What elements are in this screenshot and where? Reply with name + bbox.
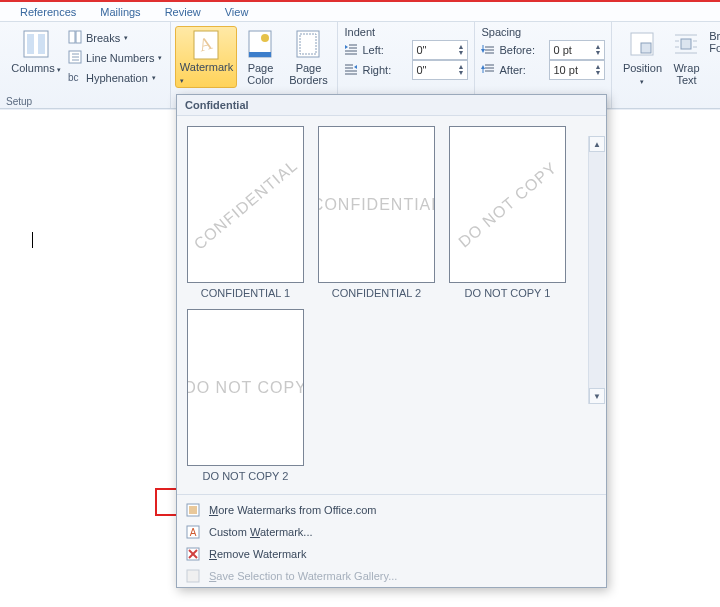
svg-rect-13: [249, 52, 271, 57]
spinner-arrows-icon[interactable]: ▲▼: [458, 64, 465, 76]
scroll-down-icon[interactable]: ▼: [589, 388, 605, 404]
dropdown-section-header: Confidential: [177, 95, 606, 116]
indent-title: Indent: [344, 26, 468, 40]
preview-watermark-text: DO NOT COPY: [187, 379, 304, 397]
position-button[interactable]: Position▾: [618, 26, 666, 88]
watermark-preset-donotcopy-1[interactable]: DO NOT COPY DO NOT COPY 1: [449, 126, 566, 299]
indent-left-label: Left:: [362, 44, 408, 56]
line-numbers-button[interactable]: Line Numbers▾: [66, 48, 164, 68]
ribbon-tabs: References Mailings Review View: [0, 2, 720, 22]
spacing-after-label: After:: [499, 64, 545, 76]
gallery-scrollbar[interactable]: ▲ ▼: [588, 136, 605, 404]
watermark-preset-confidential-1[interactable]: CONFIDENTIAL CONFIDENTIAL 1: [187, 126, 304, 299]
watermark-button[interactable]: A Watermark▾: [175, 26, 237, 88]
scroll-up-icon[interactable]: ▲: [589, 136, 605, 152]
wrap-text-button[interactable]: Wrap Text: [666, 26, 706, 88]
svg-marker-30: [481, 49, 485, 53]
position-label: Position: [623, 62, 662, 74]
spacing-after-field[interactable]: After: 10 pt▲▼: [481, 60, 605, 80]
svg-rect-39: [681, 39, 691, 49]
spacing-after-icon: [481, 63, 495, 78]
svg-text:bc: bc: [68, 72, 79, 83]
tab-view[interactable]: View: [213, 4, 261, 20]
tab-mailings[interactable]: Mailings: [88, 4, 152, 20]
columns-icon: [20, 28, 52, 60]
indent-right-field[interactable]: Right: 0"▲▼: [344, 60, 468, 80]
line-numbers-icon: [68, 50, 82, 67]
wrap-text-icon: [670, 28, 702, 60]
hyphenation-icon: bc: [68, 70, 82, 87]
svg-rect-53: [187, 570, 199, 582]
line-numbers-label: Line Numbers: [86, 52, 154, 64]
indent-right-icon: [344, 63, 358, 78]
preview-label: DO NOT COPY 2: [203, 470, 289, 482]
spacing-before-field[interactable]: Before: 0 pt▲▼: [481, 40, 605, 60]
preview-watermark-text: CONFIDENTIAL: [190, 156, 301, 253]
position-icon: [626, 28, 658, 60]
page-color-button[interactable]: Page Color: [237, 26, 283, 88]
remove-watermark-icon: [185, 546, 201, 562]
breaks-label: Breaks: [86, 32, 120, 44]
page-borders-label: Page Borders: [289, 62, 328, 86]
spinner-arrows-icon[interactable]: ▲▼: [595, 64, 602, 76]
columns-label: Columns: [11, 62, 54, 74]
page-color-icon: [244, 28, 276, 60]
office-icon: [185, 502, 201, 518]
svg-rect-4: [76, 31, 81, 43]
preview-watermark-text: CONFIDENTIAL: [318, 196, 435, 214]
bring-forward-label: Br For: [709, 30, 720, 54]
indent-right-value: 0": [416, 64, 426, 76]
indent-left-field[interactable]: Left: 0"▲▼: [344, 40, 468, 60]
spinner-arrows-icon[interactable]: ▲▼: [595, 44, 602, 56]
watermark-dropdown: Confidential CONFIDENTIAL CONFIDENTIAL 1…: [176, 94, 607, 588]
preview-watermark-text: DO NOT COPY: [455, 158, 561, 251]
svg-marker-35: [481, 65, 485, 69]
remove-watermark-item[interactable]: Remove Watermark: [177, 543, 606, 565]
text-cursor: [32, 232, 33, 248]
hyphenation-button[interactable]: bc Hyphenation▾: [66, 68, 164, 88]
svg-text:A: A: [190, 527, 197, 538]
spacing-before-label: Before:: [499, 44, 545, 56]
page-borders-button[interactable]: Page Borders: [283, 26, 333, 88]
svg-point-14: [261, 34, 269, 42]
spinner-arrows-icon[interactable]: ▲▼: [458, 44, 465, 56]
svg-rect-2: [38, 34, 45, 54]
spacing-before-icon: [481, 43, 495, 58]
save-selection-icon: [185, 568, 201, 584]
bring-forward-button[interactable]: Br For: [706, 26, 720, 88]
custom-watermark-icon: A: [185, 524, 201, 540]
custom-watermark-item[interactable]: A Custom Watermark...: [177, 521, 606, 543]
columns-button[interactable]: Columns ▾: [6, 26, 66, 88]
svg-marker-26: [354, 65, 357, 69]
svg-marker-21: [345, 45, 348, 49]
wrap-text-label: Wrap Text: [673, 62, 699, 86]
spacing-title: Spacing: [481, 26, 605, 40]
tab-references[interactable]: References: [8, 4, 88, 20]
svg-rect-1: [27, 34, 34, 54]
indent-right-label: Right:: [362, 64, 408, 76]
spacing-before-value: 0 pt: [553, 44, 571, 56]
save-selection-item: Save Selection to Watermark Gallery...: [177, 565, 606, 587]
watermark-label: Watermark: [180, 61, 233, 73]
more-watermarks-label: ore Watermarks from Office.com: [218, 504, 376, 516]
more-watermarks-item[interactable]: More Watermarks from Office.com: [177, 499, 606, 521]
page-borders-icon: [292, 28, 324, 60]
preview-label: CONFIDENTIAL 1: [201, 287, 290, 299]
indent-left-icon: [344, 43, 358, 58]
spacing-after-value: 10 pt: [553, 64, 577, 76]
tab-review[interactable]: Review: [153, 4, 213, 20]
watermark-icon: A: [190, 29, 222, 61]
preview-label: DO NOT COPY 1: [465, 287, 551, 299]
svg-rect-3: [69, 31, 75, 43]
watermark-preset-confidential-2[interactable]: CONFIDENTIAL CONFIDENTIAL 2: [318, 126, 435, 299]
watermark-preset-donotcopy-2[interactable]: DO NOT COPY DO NOT COPY 2: [187, 309, 304, 482]
svg-rect-38: [641, 43, 651, 53]
preview-label: CONFIDENTIAL 2: [332, 287, 421, 299]
breaks-button[interactable]: Breaks▾: [66, 28, 164, 48]
group-label-setup: Setup: [0, 96, 170, 107]
svg-rect-47: [189, 506, 197, 514]
hyphenation-label: Hyphenation: [86, 72, 148, 84]
indent-left-value: 0": [416, 44, 426, 56]
breaks-icon: [68, 30, 82, 47]
page-color-label: Page Color: [247, 62, 273, 86]
